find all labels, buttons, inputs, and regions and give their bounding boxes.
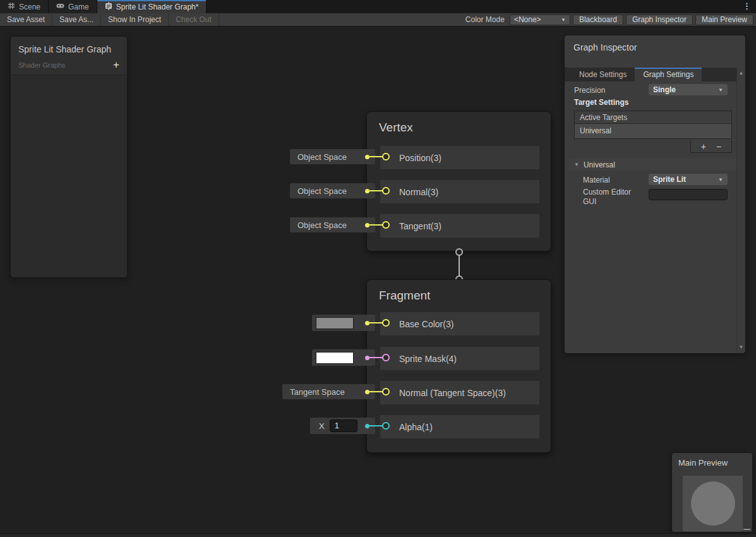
vertex-bottom-port[interactable] (455, 248, 463, 256)
inspector-tab-strip: Node Settings Graph Settings (565, 68, 737, 81)
shader-graph-toolbar: Save Asset Save As... Show In Project Ch… (0, 13, 756, 27)
base-color-slot-label: Base Color(3) (399, 319, 453, 329)
material-dropdown[interactable]: Sprite Lit ▼ (649, 174, 728, 185)
base-color-swatch[interactable] (316, 317, 354, 329)
tab-shader-graph[interactable]: Sprite Lit Shader Graph* (97, 0, 207, 13)
material-label: Material (583, 176, 610, 184)
tab-game-label: Game (68, 3, 89, 11)
show-in-project-button[interactable]: Show In Project (101, 13, 169, 26)
main-preview-toggle-button[interactable]: Main Preview (695, 15, 753, 25)
alpha-slot[interactable]: Alpha(1) (380, 415, 539, 438)
color-mode-value: <None> (514, 15, 541, 24)
blackboard-toggle-button[interactable]: Blackboard (573, 15, 623, 25)
material-value: Sprite Lit (653, 175, 686, 184)
base-color-swatch-field[interactable] (312, 315, 375, 331)
alpha-port[interactable] (382, 422, 390, 430)
blackboard-header: Sprite Lit Shader Graph Shader Graphs + (11, 37, 127, 75)
normal-port[interactable] (382, 187, 390, 195)
precision-value: Single (653, 85, 676, 94)
kebab-menu-icon[interactable]: ⋮ (738, 0, 756, 13)
position-space-dropdown[interactable]: Object Space (290, 149, 375, 164)
tab-scene[interactable]: Scene (0, 0, 49, 13)
vertex-fragment-connector (459, 255, 460, 277)
blackboard-panel[interactable]: Sprite Lit Shader Graph Shader Graphs + (10, 36, 128, 278)
tangent-space-value: Object Space (290, 220, 347, 230)
blackboard-subtitle: Shader Graphs (18, 61, 66, 69)
graph-inspector-panel[interactable]: Graph Inspector Node Settings Graph Sett… (564, 35, 746, 354)
active-target-universal[interactable]: Universal (574, 124, 732, 139)
sprite-mask-port[interactable] (382, 354, 390, 361)
resize-handle[interactable] (743, 529, 750, 530)
tangent-slot[interactable]: Tangent(3) (380, 214, 539, 238)
alpha-input[interactable]: 1 (330, 419, 357, 432)
target-settings-heading: Target Settings (574, 98, 628, 107)
position-slot-label: Position(3) (399, 153, 441, 163)
tangent-port[interactable] (382, 221, 390, 229)
inspector-scrollbar[interactable]: ▲ ▼ (736, 68, 745, 353)
graph-inspector-title: Graph Inspector (573, 42, 637, 52)
main-preview-panel[interactable]: Main Preview (671, 452, 753, 533)
window-bottom-edge (0, 533, 756, 537)
scroll-up-icon[interactable]: ▲ (737, 70, 745, 76)
position-port[interactable] (382, 153, 390, 160)
color-mode-dropdown[interactable]: <None> ▼ (510, 15, 570, 25)
toolbar-right-group: Color Mode <None> ▼ Blackboard Graph Ins… (465, 13, 756, 26)
vertex-node-title: Vertex (379, 121, 413, 135)
sprite-mask-slot[interactable]: Sprite Mask(4) (380, 347, 539, 370)
sprite-mask-slot-label: Sprite Mask(4) (399, 354, 457, 364)
chevron-down-icon: ▼ (718, 177, 723, 183)
graph-inspector-toggle-button[interactable]: Graph Inspector (626, 15, 693, 25)
chevron-down-icon: ▼ (561, 17, 566, 23)
base-color-slot[interactable]: Base Color(3) (380, 312, 539, 335)
preview-render-area (683, 476, 743, 531)
normal-slot-label: Normal(3) (399, 187, 438, 197)
tab-graph-settings[interactable]: Graph Settings (635, 68, 702, 81)
sprite-mask-swatch[interactable] (316, 352, 354, 364)
precision-dropdown[interactable]: Single ▼ (649, 84, 728, 95)
fragment-node-title: Fragment (379, 289, 430, 303)
custom-editor-gui-input[interactable] (649, 189, 728, 200)
normal-tangent-port[interactable] (382, 388, 390, 395)
preview-sphere (691, 481, 735, 526)
shader-graph-asset-icon (105, 2, 112, 12)
tab-shader-graph-label: Sprite Lit Shader Graph* (116, 3, 199, 11)
tab-node-settings[interactable]: Node Settings (571, 68, 635, 81)
position-space-value: Object Space (290, 152, 347, 162)
normal-tangent-space-slot[interactable]: Normal (Tangent Space)(3) (380, 381, 539, 404)
normal-tangent-space-slot-label: Normal (Tangent Space)(3) (399, 388, 506, 398)
tab-scene-label: Scene (19, 3, 40, 11)
base-color-port[interactable] (382, 319, 390, 327)
foldout-arrow-icon: ▼ (574, 162, 579, 167)
save-asset-button[interactable]: Save Asset (0, 13, 52, 26)
editor-tab-bar: Scene Game Sprite Lit Shader Graph* ⋮ (0, 0, 756, 13)
vertex-node[interactable]: Vertex Position(3) Normal(3) Tangent(3) (366, 111, 551, 251)
fragment-node[interactable]: Fragment Base Color(3) Sprite Mask(4) No… (366, 279, 551, 453)
save-as-button[interactable]: Save As... (52, 13, 101, 26)
active-targets-header: Active Targets (574, 111, 732, 124)
position-slot[interactable]: Position(3) (380, 146, 539, 169)
scroll-down-icon[interactable]: ▼ (737, 344, 745, 350)
scene-grid-icon (8, 2, 15, 11)
normal-space-dropdown[interactable]: Object Space (290, 183, 375, 198)
sprite-mask-swatch-field[interactable] (312, 349, 375, 366)
normal-slot[interactable]: Normal(3) (380, 180, 539, 203)
check-out-button: Check Out (169, 13, 219, 26)
tangent-space-dropdown[interactable]: Object Space (290, 217, 375, 232)
universal-foldout[interactable]: ▼ Universal (569, 159, 738, 171)
tab-game[interactable]: Game (49, 0, 97, 13)
alpha-value-field[interactable]: X 1 (310, 418, 375, 434)
precision-label: Precision (574, 86, 605, 95)
add-target-button[interactable]: + (701, 142, 706, 152)
blackboard-title: Sprite Lit Shader Graph (18, 44, 119, 54)
main-preview-title: Main Preview (678, 458, 728, 468)
color-mode-label: Color Mode (465, 15, 507, 24)
chevron-down-icon: ▼ (718, 87, 723, 93)
alpha-x-label: X (319, 421, 325, 431)
active-targets-toolbar: + − (690, 140, 732, 153)
gamepad-icon (56, 2, 64, 11)
remove-target-button[interactable]: − (716, 142, 721, 152)
tangent-slot-label: Tangent(3) (399, 221, 441, 231)
normal-space-fragment-dropdown[interactable]: Tangent Space (282, 384, 375, 399)
universal-foldout-label: Universal (584, 160, 615, 169)
add-property-button[interactable]: + (113, 61, 119, 69)
